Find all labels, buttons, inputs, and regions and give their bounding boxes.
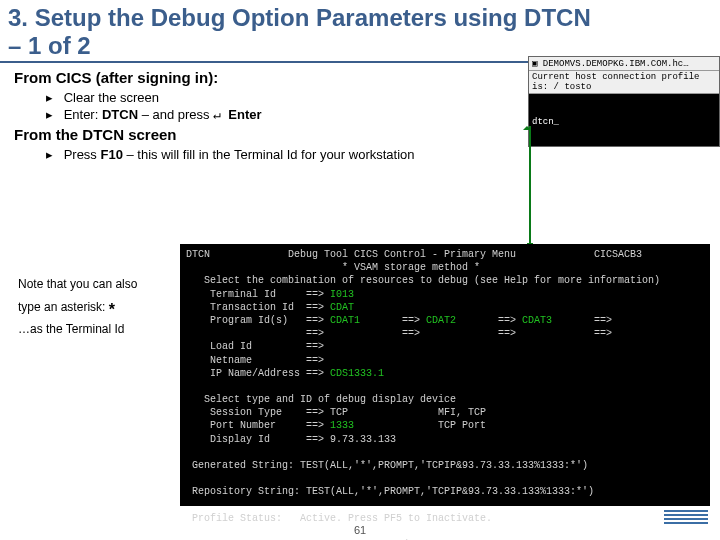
t-l14c: TCP Port: [354, 420, 486, 431]
t-l01c: CICSACB3: [594, 249, 642, 260]
step-clear-text: Clear the screen: [64, 90, 159, 105]
step-enter-cmd: DTCN: [102, 107, 138, 122]
t-l06d: CDAT2: [426, 315, 456, 326]
t-l07: ==> ==> ==> ==>: [186, 328, 612, 339]
ibm-logo: [664, 510, 708, 528]
slide-title-line2: – 1 of 2: [8, 32, 91, 59]
mini-terminal-command: dtcn_: [532, 117, 559, 127]
t-l01b: Debug Tool CICS Control - Primary Menu: [210, 249, 594, 260]
t-l04b: I013: [330, 289, 354, 300]
t-l10b: CDS1333.1: [330, 368, 384, 379]
t-l15: Display Id ==> 9.73.33.133: [186, 434, 396, 445]
t-l14b: 1333: [330, 420, 354, 431]
step-f10-prefix: Press: [64, 147, 101, 162]
step-enter-mid: – and press: [142, 107, 214, 122]
step-press-f10: ▸ Press F10 – this will fill in the Term…: [46, 147, 710, 162]
t-l12: Select type and ID of debug display devi…: [186, 394, 456, 405]
step-enter-key-text: Enter: [228, 107, 261, 122]
t-l09: Netname ==>: [186, 355, 324, 366]
side-note-line1: Note that you can also: [18, 276, 168, 293]
t-l01a: DTCN: [186, 249, 210, 260]
side-note: Note that you can also type an asterisk:…: [18, 276, 168, 338]
callout-arrow: [529, 126, 531, 244]
t-l14: Port Number ==>: [186, 420, 330, 431]
t-l08: Load Id ==>: [186, 341, 324, 352]
t-l06a: Program Id(s) ==>: [186, 315, 330, 326]
t-l05a: Transaction Id ==>: [186, 302, 330, 313]
t-l05b: CDAT: [330, 302, 354, 313]
bullet-icon: ▸: [46, 90, 60, 105]
t-l03: Select the combination of resources to d…: [186, 275, 660, 286]
t-l02: * VSAM storage method *: [186, 262, 480, 273]
t-l04a: Terminal Id ==>: [186, 289, 330, 300]
t-l17: Generated String: TEST(ALL,'*',PROMPT,'T…: [186, 460, 588, 471]
step-f10-key: F10: [100, 147, 122, 162]
step-f10-rest: – this will fill in the Terminal Id for …: [127, 147, 415, 162]
step-enter-prefix: Enter:: [64, 107, 102, 122]
slide-title-line1: 3. Setup the Debug Option Parameters usi…: [8, 4, 591, 31]
t-l21: Profile Status: Active. Press PF5 to Ina…: [186, 513, 492, 524]
t-l10a: IP Name/Address ==>: [186, 368, 330, 379]
t-l13: Session Type ==> TCP MFI, TCP: [186, 407, 486, 418]
asterisk: *: [109, 301, 115, 318]
side-note-line2a: type an asterisk:: [18, 300, 109, 314]
t-l06f: CDAT3: [522, 315, 552, 326]
t-l06c: ==>: [360, 315, 426, 326]
page-number: 61: [0, 524, 720, 536]
mini-terminal-title: ▣ DEMOMVS.DEMOPKG.IBM.COM.hc…: [529, 57, 719, 71]
mini-terminal: ▣ DEMOMVS.DEMOPKG.IBM.COM.hc… Current ho…: [528, 56, 720, 147]
side-note-line3: …as the Terminal Id: [18, 321, 168, 338]
dtcn-terminal: DTCN Debug Tool CICS Control - Primary M…: [180, 244, 710, 506]
t-l06g: ==>: [552, 315, 612, 326]
return-icon: ↵: [213, 107, 221, 122]
t-l06b: CDAT1: [330, 315, 360, 326]
t-l06e: ==>: [456, 315, 522, 326]
mini-terminal-screen: dtcn_: [529, 94, 719, 146]
bullet-icon: ▸: [46, 147, 60, 162]
mini-terminal-subtitle: Current host connection profile is: / to…: [529, 71, 719, 94]
bullet-icon: ▸: [46, 107, 60, 122]
t-l19: Repository String: TEST(ALL,'*',PROMPT,'…: [186, 486, 594, 497]
